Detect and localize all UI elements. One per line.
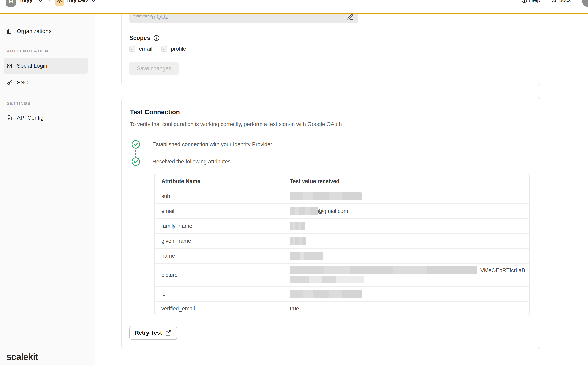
retry-test-button[interactable]: Retry Test	[129, 326, 177, 340]
scalekit-logo: scalekit	[7, 351, 38, 362]
code-icon: </>	[57, 0, 62, 4]
step-text: Received the following attributes	[152, 159, 231, 165]
user-avatar[interactable]	[582, 0, 588, 7]
test-step-attributes: Received the following attributes	[131, 157, 231, 166]
verified-email-value: true	[290, 306, 299, 312]
scope-option-label: email	[139, 46, 152, 52]
environment-badge: </>	[55, 0, 64, 6]
help-link[interactable]: Help	[522, 0, 540, 4]
sidebar-section-authentication: AUTHENTICATION	[7, 49, 48, 53]
org-avatar[interactable]: H	[6, 0, 16, 7]
external-link-icon	[165, 330, 172, 336]
scopes-label: Scopes	[129, 35, 150, 41]
book-icon	[551, 0, 557, 3]
info-icon[interactable]	[153, 35, 159, 41]
checkbox-checked-icon[interactable]	[129, 46, 135, 52]
test-step-connection: Established connection with your Identit…	[131, 140, 272, 149]
sidebar-item-organizations[interactable]: Organizations	[0, 24, 95, 38]
redacted-value-bar	[290, 290, 362, 298]
email-domain-text: @gmail.com	[318, 208, 348, 214]
org-avatar-letter: H	[9, 0, 13, 5]
sidebar: Organizations AUTHENTICATION Social Logi…	[0, 13, 95, 365]
table-row: name	[155, 248, 529, 263]
sidebar-item-api-config[interactable]: API Config	[0, 111, 95, 125]
org-name: heyy	[20, 0, 33, 3]
edit-pencil-icon[interactable]	[347, 14, 354, 20]
table-row: id	[155, 286, 529, 301]
breadcrumb-separator: /	[49, 0, 50, 4]
client-secret-value: ********mQUz	[133, 14, 168, 20]
picture-url-suffix: _VMeOEbRTfcrLaB	[477, 267, 525, 274]
chevron-up-down-icon[interactable]	[91, 0, 96, 2]
file-config-icon	[7, 115, 13, 121]
sidebar-item-social-login[interactable]: Social Login	[0, 59, 95, 73]
table-row: family_name	[155, 218, 529, 233]
redacted-value-bar	[290, 222, 305, 230]
table-header-row: Attribute Name Test value received	[155, 174, 529, 189]
scope-option-email[interactable]: email	[129, 46, 152, 52]
sidebar-section-settings: SETTINGS	[7, 101, 30, 106]
redacted-value-bar	[290, 267, 477, 274]
table-row: verified_email true	[155, 301, 529, 315]
building-icon	[7, 28, 13, 34]
attributes-table: Attribute Name Test value received sub e…	[154, 174, 530, 315]
test-connection-title: Test Connection	[130, 108, 180, 116]
help-label: Help	[529, 0, 540, 3]
docs-label: Docs	[558, 0, 571, 3]
grid-icon	[7, 63, 13, 69]
key-icon	[7, 80, 13, 86]
save-changes-button[interactable]: Save changes	[129, 62, 179, 75]
table-row: sub	[155, 189, 529, 204]
scope-options: email profile	[129, 46, 186, 52]
question-circle-icon	[522, 0, 527, 3]
column-header-test-value: Test value received	[290, 178, 529, 184]
docs-link[interactable]: Docs	[551, 0, 571, 4]
sidebar-item-label: API Config	[17, 115, 44, 121]
chevron-up-down-icon[interactable]	[38, 0, 43, 2]
redacted-value-bar	[290, 276, 364, 283]
redacted-value-bar	[290, 192, 362, 200]
org-switcher[interactable]: heyy	[20, 0, 33, 4]
redacted-value-bar	[290, 237, 306, 245]
sidebar-item-sso[interactable]: SSO	[0, 76, 95, 89]
check-circle-icon	[131, 157, 140, 166]
check-circle-icon	[131, 140, 140, 149]
step-connector-dashed-line	[135, 150, 136, 157]
scopes-row: Scopes	[129, 35, 159, 41]
test-connection-description: To verify that configuration is working …	[130, 121, 342, 127]
scope-option-profile[interactable]: profile	[161, 46, 186, 52]
redacted-value-bar	[290, 252, 323, 260]
table-row: given_name	[155, 233, 529, 248]
checkbox-checked-icon[interactable]	[161, 46, 167, 52]
column-header-attribute-name: Attribute Name	[155, 178, 290, 184]
sidebar-item-label: SSO	[17, 79, 29, 86]
environment-switcher[interactable]: hey Dev	[67, 0, 88, 4]
environment-name: hey Dev	[67, 0, 88, 3]
table-row: email @gmail.com	[155, 204, 529, 218]
table-row: picture _VMeOEbRTfcrLaB	[155, 263, 529, 286]
step-text: Established connection with your Identit…	[152, 141, 272, 148]
retry-test-label: Retry Test	[135, 330, 162, 336]
sidebar-item-label: Organizations	[17, 28, 52, 35]
sidebar-item-label: Social Login	[17, 63, 47, 69]
page: H heyy / </> hey Dev Help	[0, 0, 588, 365]
scope-option-label: profile	[171, 46, 186, 52]
topbar: H heyy / </> hey Dev Help	[0, 0, 588, 14]
redacted-value-bar	[290, 207, 318, 215]
